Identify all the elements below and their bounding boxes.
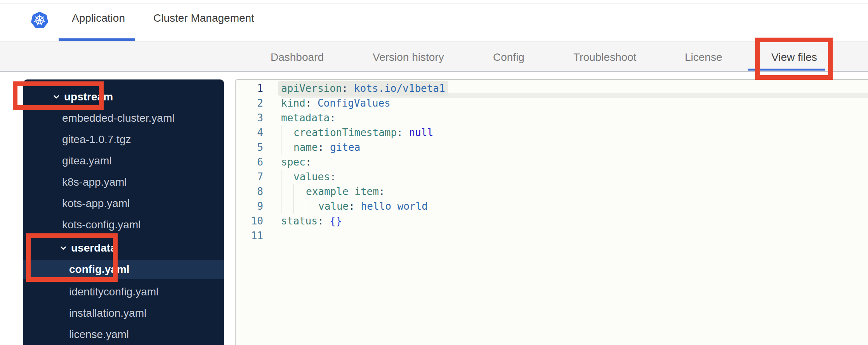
code-text: status: {} — [281, 214, 342, 228]
chevron-down-icon — [59, 244, 68, 252]
file-label: gitea-1.0.7.tgz — [62, 132, 131, 147]
token-key: spec — [281, 156, 306, 168]
subnav: DashboardVersion historyConfigTroublesho… — [0, 42, 868, 72]
token-punct: : — [306, 97, 318, 109]
token-punct: : — [318, 215, 330, 227]
token-punct: : — [342, 83, 354, 94]
subnav-tab-dashboard[interactable]: Dashboard — [271, 51, 324, 64]
tab-cluster-management[interactable]: Cluster Management — [153, 12, 254, 24]
sidebar-file-gitea-1-0-7-tgz[interactable]: gitea-1.0.7.tgz — [23, 132, 224, 147]
sidebar-file-gitea-yaml[interactable]: gitea.yaml — [23, 153, 224, 169]
code-line: 5name: gitea — [236, 140, 868, 155]
code-line: 1apiVersion: kots.io/v1beta1 — [236, 81, 868, 96]
token-punct: : — [349, 200, 361, 212]
subnav-tab-license[interactable]: License — [685, 51, 722, 64]
token-val: kots.io/v1beta1 — [354, 83, 445, 94]
code-text: creationTimestamp: null — [293, 125, 433, 140]
token-key: apiVersion — [281, 83, 342, 94]
token-punct: : — [306, 156, 312, 168]
code-line: 8example_item: — [236, 184, 868, 199]
folder-label: userdata — [71, 240, 116, 256]
file-label: license.yaml — [69, 327, 129, 342]
token-brace: {} — [330, 215, 342, 227]
line-number: 1 — [236, 81, 263, 96]
active-tab-underline — [59, 38, 135, 41]
indent-guide — [293, 199, 306, 214]
sidebar-file-kots-app-yaml[interactable]: kots-app.yaml — [23, 196, 224, 211]
token-key: creationTimestamp — [293, 127, 397, 138]
file-label: identityconfig.yaml — [69, 284, 158, 300]
token-val: hello world — [361, 200, 428, 212]
indent-guide — [281, 169, 293, 184]
indent-guide — [306, 199, 318, 214]
indent-guide — [281, 199, 293, 214]
sidebar-file-kots-config-yaml[interactable]: kots-config.yaml — [23, 217, 224, 233]
sidebar-file-k8s-app-yaml[interactable]: k8s-app.yaml — [23, 174, 224, 190]
code-text: value: hello world — [318, 199, 428, 214]
code-text: metadata: — [281, 110, 336, 125]
subnav-tab-view-files[interactable]: View files — [771, 51, 817, 64]
sidebar-file-license-yaml[interactable]: license.yaml — [23, 327, 224, 342]
code-text: spec: — [281, 155, 311, 169]
sidebar-file-embedded-cluster-yaml[interactable]: embedded-cluster.yaml — [23, 110, 224, 126]
line-number: 11 — [236, 228, 263, 243]
token-key: name — [293, 141, 318, 153]
line-number: 3 — [236, 110, 263, 125]
code-line: 2kind: ConfigValues — [236, 96, 868, 110]
line-number: 5 — [236, 140, 263, 155]
file-label: config.yaml — [69, 260, 130, 279]
indent-guide — [293, 184, 306, 199]
token-val: gitea — [330, 141, 360, 153]
file-content-editor[interactable]: 1apiVersion: kots.io/v1beta12kind: Confi… — [235, 79, 868, 345]
file-label: installation.yaml — [69, 305, 146, 321]
code-line: 9value: hello world — [236, 199, 868, 214]
code-text: example_item: — [306, 184, 385, 199]
file-tree-sidebar: upstreamembedded-cluster.yamlgitea-1.0.7… — [23, 79, 224, 345]
sidebar-file-installation-yaml[interactable]: installation.yaml — [23, 305, 224, 321]
token-punct: : — [330, 171, 336, 183]
tab-application[interactable]: Application — [72, 12, 125, 24]
token-key: status — [281, 215, 318, 227]
line-number: 6 — [236, 155, 263, 169]
line-number: 2 — [236, 96, 263, 110]
sidebar-file-config-yaml[interactable]: config.yaml — [23, 260, 224, 279]
sidebar-folder-upstream[interactable]: upstream — [23, 89, 224, 105]
code-text: kind: ConfigValues — [281, 96, 391, 110]
token-atom: null — [409, 127, 433, 138]
kubernetes-logo-icon[interactable] — [30, 11, 49, 30]
token-val: ConfigValues — [318, 97, 391, 109]
code-line: 11 — [236, 228, 868, 243]
code-line: 6spec: — [236, 155, 868, 169]
code-text: values: — [293, 169, 336, 184]
token-punct: : — [379, 186, 385, 197]
code-text: name: gitea — [293, 140, 360, 155]
file-label: kots-config.yaml — [62, 217, 141, 233]
subnav-tab-version-history[interactable]: Version history — [373, 51, 444, 64]
sidebar-file-identityconfig-yaml[interactable]: identityconfig.yaml — [23, 284, 224, 300]
sidebar-folder-userdata[interactable]: userdata — [23, 240, 224, 256]
app-header: Application Cluster Management — [0, 3, 868, 41]
token-key: value — [318, 200, 349, 212]
file-label: gitea.yaml — [62, 153, 112, 169]
file-label: embedded-cluster.yaml — [62, 110, 174, 126]
active-subnav-underline — [748, 69, 825, 71]
indent-guide — [281, 125, 293, 140]
token-key: values — [293, 171, 330, 183]
token-punct: : — [318, 141, 330, 153]
folder-label: upstream — [64, 89, 113, 105]
code-line: 10status: {} — [236, 214, 868, 228]
line-number: 7 — [236, 169, 263, 184]
code-line: 4creationTimestamp: null — [236, 125, 868, 140]
file-label: k8s-app.yaml — [62, 174, 127, 190]
line-number: 10 — [236, 214, 263, 228]
file-label: kots-app.yaml — [62, 196, 130, 211]
line-number: 4 — [236, 125, 263, 140]
indent-guide — [281, 184, 293, 199]
subnav-tab-troubleshoot[interactable]: Troubleshoot — [573, 51, 636, 64]
chevron-down-icon — [52, 93, 61, 101]
token-key: metadata — [281, 112, 330, 124]
token-punct: : — [330, 112, 336, 124]
token-punct: : — [397, 127, 409, 138]
subnav-tab-config[interactable]: Config — [493, 51, 524, 64]
line-number: 9 — [236, 199, 263, 214]
